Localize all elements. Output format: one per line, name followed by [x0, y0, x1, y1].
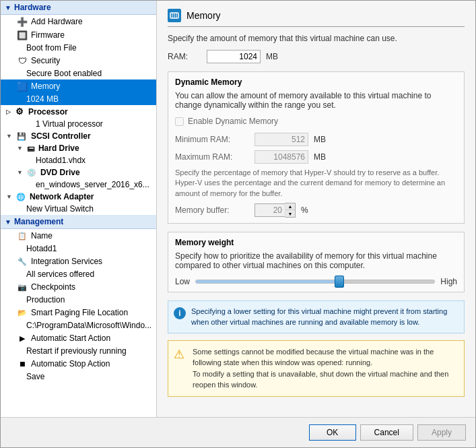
sidebar-item-smart-paging[interactable]: 📂 Smart Paging File Location [1, 306, 156, 319]
buffer-unit: % [301, 205, 308, 215]
dvd-expand-icon: ▼ [17, 169, 23, 176]
slider-high-label: High [440, 277, 457, 286]
sidebar-item-processor-group[interactable]: ▷ ⚙ Processor [1, 105, 156, 118]
memory-sub-label: 1024 MB [26, 94, 59, 104]
cancel-button[interactable]: Cancel [360, 424, 413, 441]
hdd-label: Hard Drive [38, 143, 79, 153]
scsi-expand-icon: ▼ [6, 133, 12, 139]
sidebar-item-harddrive-group[interactable]: ▼ 🖴 Hard Drive [1, 142, 156, 154]
settings-dialog: ▼ Hardware ➕ Add Hardware 🔲 Firmware Boo… [0, 0, 476, 448]
sidebar-item-auto-stop-sub[interactable]: Save [1, 371, 156, 383]
name-label: Name [31, 231, 53, 241]
dynamic-memory-box: Dynamic Memory You can allow the amount … [168, 71, 465, 224]
smart-paging-icon: 📂 [17, 307, 28, 318]
sidebar-item-checkpoints[interactable]: 📷 Checkpoints [1, 280, 156, 294]
processor-expand-icon: ▷ [6, 108, 11, 115]
network-icon: 🌐 [16, 193, 26, 201]
sidebar-item-firmware[interactable]: 🔲 Firmware [1, 28, 156, 42]
processor-sub-label: 1 Virtual processor [36, 119, 103, 129]
management-section-header[interactable]: ▼ Management [1, 215, 156, 229]
ram-label: RAM: [168, 52, 201, 61]
firmware-label: Firmware [31, 30, 65, 40]
auto-stop-label: Automatic Stop Action [31, 359, 110, 369]
slider-low-label: Low [175, 277, 190, 286]
buffer-description: Specify the percentage of memory that Hy… [175, 168, 457, 199]
memory-weight-desc: Specify how to prioritize the availabili… [175, 251, 457, 270]
boot-from-file-label: Boot from File [26, 43, 77, 53]
sidebar-item-smart-paging-sub[interactable]: C:\ProgramData\Microsoft\Windo... [1, 319, 156, 331]
sidebar-item-security[interactable]: 🛡 Security [1, 54, 156, 67]
sidebar-item-checkpoints-sub[interactable]: Production [1, 294, 156, 306]
max-ram-row: Maximum RAM: MB [175, 150, 457, 164]
max-ram-input [254, 150, 308, 164]
sidebar-item-name[interactable]: 📋 Name [1, 229, 156, 243]
sidebar-item-secure-boot[interactable]: Secure Boot enabled [1, 67, 156, 79]
add-hardware-icon: ➕ [17, 16, 28, 27]
sidebar-item-auto-stop[interactable]: ⏹ Automatic Stop Action [1, 357, 156, 371]
sidebar-item-integration[interactable]: 🔧 Integration Services [1, 255, 156, 268]
info-text: Specifying a lower setting for this virt… [191, 307, 458, 327]
sidebar-item-hdd-sub[interactable]: Hotadd1.vhdx [1, 154, 156, 166]
dialog-content: ▼ Hardware ➕ Add Hardware 🔲 Firmware Boo… [1, 1, 475, 417]
dynamic-memory-desc: You can allow the amount of memory avail… [175, 91, 457, 110]
memory-icon: 🟦 [17, 81, 28, 92]
warning-text: Some settings cannot be modified because… [193, 346, 458, 391]
max-ram-unit: MB [314, 152, 326, 162]
hardware-section-header[interactable]: ▼ Hardware [1, 1, 156, 15]
memory-label: Memory [31, 82, 60, 91]
sidebar-item-scsi-group[interactable]: ▼ 💾 SCSI Controller [1, 130, 156, 142]
sidebar-item-name-sub[interactable]: Hotadd1 [1, 243, 156, 255]
memory-weight-slider[interactable] [195, 280, 435, 284]
max-ram-label: Maximum RAM: [175, 152, 249, 162]
enable-dynamic-memory-checkbox[interactable] [175, 117, 184, 126]
ram-input[interactable] [207, 50, 261, 63]
sidebar-item-dvd-group[interactable]: ▼ 💿 DVD Drive [1, 166, 156, 179]
panel-title-text: Memory [186, 10, 221, 21]
add-hardware-label: Add Hardware [31, 17, 83, 26]
sidebar-item-boot-from-file[interactable]: Boot from File [1, 42, 156, 54]
sidebar-item-auto-start-sub[interactable]: Restart if previously running [1, 345, 156, 357]
smart-paging-label: Smart Paging File Location [31, 308, 128, 317]
buffer-spinner-up[interactable]: ▲ [285, 203, 295, 210]
warning-line2: To modify a setting that is unavailable,… [193, 369, 458, 391]
sidebar-item-memory[interactable]: 🟦 Memory [1, 79, 156, 93]
buffer-spinner-down[interactable]: ▼ [285, 210, 295, 217]
auto-stop-sub-label: Save [26, 372, 44, 381]
buffer-spinner-buttons: ▲ ▼ [285, 203, 296, 218]
sidebar-item-dvd-sub[interactable]: en_windows_server_2016_x6... [1, 179, 156, 191]
sidebar-item-memory-sub[interactable]: 1024 MB [1, 93, 156, 105]
hdd-sub-label: Hotadd1.vhdx [36, 156, 86, 165]
smart-paging-sub-label: C:\ProgramData\Microsoft\Windo... [26, 321, 151, 330]
left-panel: ▼ Hardware ➕ Add Hardware 🔲 Firmware Boo… [1, 1, 157, 417]
buffer-spinner: ▲ ▼ [254, 203, 296, 218]
slider-thumb[interactable] [335, 276, 344, 288]
sidebar-item-add-hardware[interactable]: ➕ Add Hardware [1, 15, 156, 28]
ok-button[interactable]: OK [309, 424, 356, 441]
min-ram-row: Minimum RAM: MB [175, 133, 457, 146]
memory-weight-box: Memory weight Specify how to prioritize … [168, 232, 465, 292]
sidebar-item-integration-sub[interactable]: All services offered [1, 268, 156, 280]
processor-label: Processor [28, 107, 68, 117]
scsi-label: SCSI Controller [31, 131, 91, 141]
min-ram-unit: MB [314, 135, 326, 144]
secure-boot-label: Secure Boot enabled [26, 69, 102, 78]
firmware-icon: 🔲 [17, 30, 28, 40]
buffer-input [254, 203, 285, 217]
auto-stop-icon: ⏹ [17, 358, 28, 369]
hdd-icon: 🖴 [27, 144, 34, 152]
hardware-header-label: Hardware [14, 3, 51, 12]
sidebar-item-network-sub[interactable]: New Virtual Switch [1, 203, 156, 215]
sidebar-item-network-group[interactable]: ▼ 🌐 Network Adapter [1, 191, 156, 203]
dvd-sub-label: en_windows_server_2016_x6... [36, 180, 149, 189]
sidebar-item-processor-sub[interactable]: 1 Virtual processor [1, 118, 156, 130]
sidebar-item-auto-start[interactable]: ▶ Automatic Start Action [1, 331, 156, 345]
warning-box: ⚠ Some settings cannot be modified becau… [168, 340, 465, 397]
dvd-icon: 💿 [27, 168, 36, 177]
hardware-expand-icon: ▼ [5, 4, 11, 11]
memory-title-icon [168, 9, 181, 22]
security-icon: 🛡 [17, 55, 28, 66]
min-ram-label: Minimum RAM: [175, 135, 249, 144]
info-icon: i [174, 307, 186, 319]
auto-start-label: Automatic Start Action [31, 333, 110, 343]
buffer-label: Memory buffer: [175, 205, 249, 215]
